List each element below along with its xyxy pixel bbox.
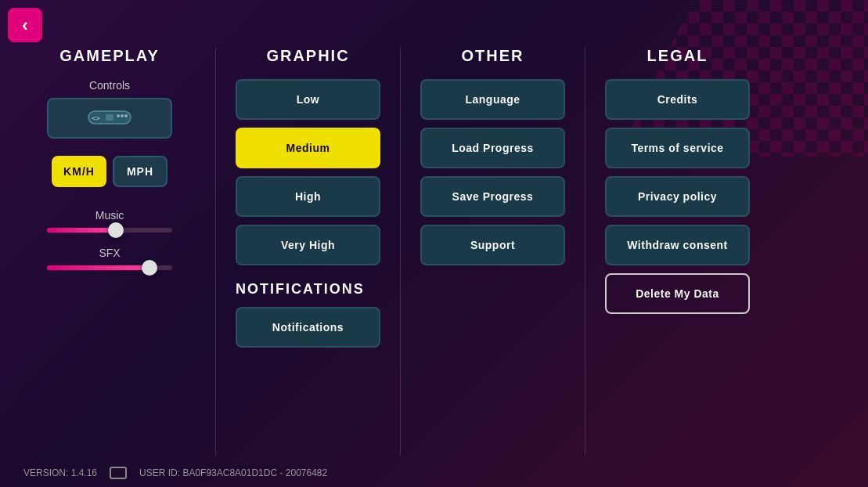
svg-point-3 <box>117 114 120 117</box>
user-id-text: USER ID: BA0F93AC8A01D1DC - 20076482 <box>139 467 327 478</box>
sfx-thumb[interactable] <box>142 260 157 276</box>
sfx-track <box>47 265 172 270</box>
speed-unit-selector: KM/H MPH <box>52 156 167 187</box>
device-icon <box>110 467 127 479</box>
music-slider[interactable] <box>47 228 172 233</box>
music-label: Music <box>95 209 124 222</box>
controller-icon: <> <box>82 105 137 132</box>
other-column: OTHER Language Load Progress Save Progre… <box>420 47 565 456</box>
graphic-medium-button[interactable]: Medium <box>236 128 380 168</box>
back-button[interactable]: ‹ <box>8 8 42 42</box>
notifications-section-header: NOTIFICATIONS <box>236 281 365 298</box>
language-button[interactable]: Language <box>420 79 565 120</box>
privacy-policy-button[interactable]: Privacy policy <box>605 176 750 217</box>
legal-column: LEGAL Credits Terms of service Privacy p… <box>605 47 750 456</box>
withdraw-consent-button[interactable]: Withdraw consent <box>605 225 750 265</box>
notifications-button[interactable]: Notifications <box>236 307 380 348</box>
delete-my-data-button[interactable]: Delete My Data <box>605 273 750 314</box>
graphic-column: GRAPHIC Low Medium High Very High NOTIFI… <box>236 47 380 456</box>
divider-1 <box>215 47 216 456</box>
sfx-slider[interactable] <box>47 265 172 270</box>
graphic-high-button[interactable]: High <box>236 176 380 217</box>
controls-label: Controls <box>89 79 130 92</box>
music-fill <box>47 228 116 233</box>
terms-of-service-button[interactable]: Terms of service <box>605 128 750 168</box>
credits-button[interactable]: Credits <box>605 79 750 120</box>
graphic-low-button[interactable]: Low <box>236 79 380 120</box>
sfx-label: SFX <box>99 247 120 259</box>
support-button[interactable]: Support <box>420 225 565 265</box>
svg-point-5 <box>124 114 128 117</box>
svg-point-4 <box>121 114 124 117</box>
footer: VERSION: 1.4.16 USER ID: BA0F93AC8A01D1D… <box>23 467 327 479</box>
divider-2 <box>400 47 401 456</box>
divider-3 <box>585 47 585 456</box>
load-progress-button[interactable]: Load Progress <box>420 128 565 168</box>
legal-header: LEGAL <box>647 47 708 65</box>
svg-rect-2 <box>106 114 113 121</box>
controls-button[interactable]: <> <box>47 98 172 139</box>
gameplay-column: GAMEPLAY Controls <> KM/H MPH Music <box>23 47 196 456</box>
save-progress-button[interactable]: Save Progress <box>420 176 565 217</box>
gameplay-header: GAMEPLAY <box>59 47 160 65</box>
back-icon: ‹ <box>22 14 28 36</box>
version-text: VERSION: 1.4.16 <box>23 467 97 478</box>
other-header: OTHER <box>462 47 524 65</box>
graphic-header: GRAPHIC <box>266 47 349 65</box>
music-thumb[interactable] <box>108 222 124 238</box>
graphic-veryhigh-button[interactable]: Very High <box>236 225 380 265</box>
kmh-button[interactable]: KM/H <box>52 156 106 187</box>
sfx-fill <box>47 265 149 270</box>
main-container: GAMEPLAY Controls <> KM/H MPH Music <box>0 47 868 456</box>
mph-button[interactable]: MPH <box>113 156 167 187</box>
svg-text:<>: <> <box>92 114 100 122</box>
music-track <box>47 228 172 233</box>
